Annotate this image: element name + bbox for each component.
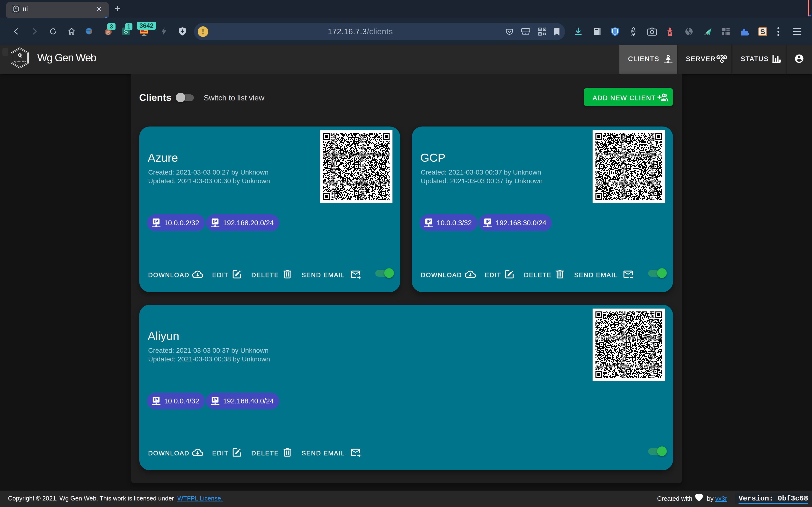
svg-text:IP: IP [213, 397, 217, 402]
svg-text:IP: IP [154, 397, 158, 402]
svg-text:IP: IP [426, 219, 430, 224]
svg-text:IP: IP [154, 219, 158, 224]
svg-text:Wg Gen Web: Wg Gen Web [14, 60, 26, 62]
svg-text:IP: IP [486, 219, 490, 224]
svg-text:IP: IP [213, 219, 217, 224]
